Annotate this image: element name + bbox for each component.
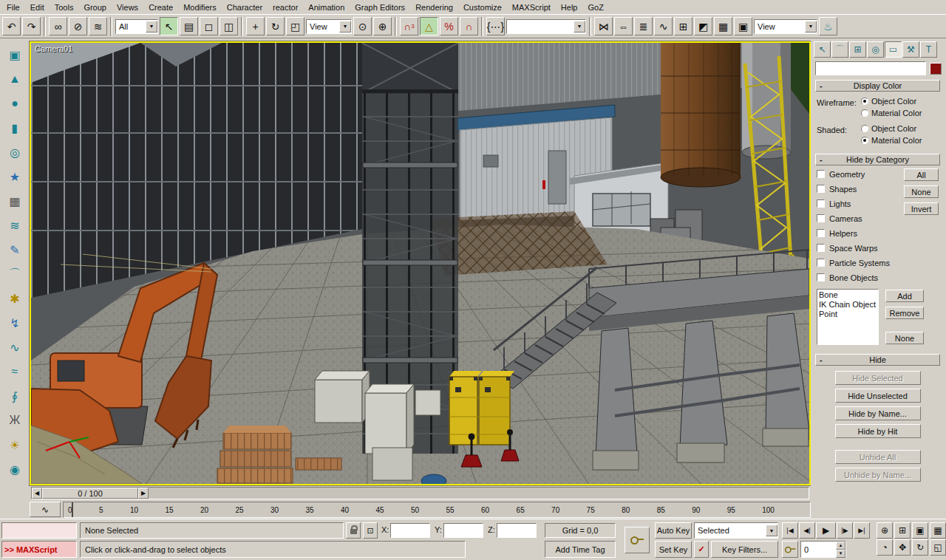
chevron-down-icon[interactable]: ▼ bbox=[805, 21, 817, 33]
shaded-material-color-radio[interactable]: Material Color bbox=[861, 136, 922, 145]
tab-layers-icon[interactable]: ≋ bbox=[5, 216, 24, 234]
time-slider-next-button[interactable]: ▶ bbox=[138, 488, 149, 499]
scene-storage-tank[interactable] bbox=[661, 43, 741, 187]
rectangular-selection-region-icon[interactable]: ◻ bbox=[200, 17, 218, 35]
material-editor-icon[interactable]: ◩ bbox=[694, 17, 712, 35]
tab-modify[interactable]: ⌒ bbox=[831, 41, 848, 58]
percent-snap-icon[interactable]: % bbox=[440, 17, 458, 35]
use-pivot-center-icon[interactable]: ⊙ bbox=[353, 17, 372, 35]
select-object-icon[interactable]: ↖ bbox=[160, 17, 178, 35]
chevron-down-icon[interactable]: ▼ bbox=[339, 21, 351, 33]
rendered-frame-window-icon[interactable]: ▣ bbox=[734, 17, 752, 35]
tab-gear-icon[interactable]: ✱ bbox=[5, 290, 24, 307]
previous-frame-button[interactable]: ◀| bbox=[799, 522, 815, 539]
tab-star-icon[interactable]: ★ bbox=[5, 168, 24, 185]
category-none-button[interactable]: None bbox=[904, 185, 939, 198]
tab-cylinder-icon[interactable]: ▮ bbox=[5, 119, 24, 137]
menu-create[interactable]: Create bbox=[143, 1, 178, 14]
time-slider-prev-button[interactable]: ◀ bbox=[32, 488, 42, 499]
list-add-button[interactable]: Add bbox=[885, 290, 924, 302]
tab-torus-icon[interactable]: ◎ bbox=[5, 143, 24, 161]
category-all-button[interactable]: All bbox=[904, 168, 939, 181]
checkbox-icon[interactable] bbox=[817, 273, 825, 281]
go-to-start-button[interactable]: |◀ bbox=[782, 522, 798, 539]
min-max-toggle-button[interactable]: ◱ bbox=[930, 539, 946, 556]
reference-coordinate-dropdown[interactable]: View▼ bbox=[306, 19, 352, 34]
align-icon[interactable]: ⇔ bbox=[614, 17, 633, 35]
select-and-rotate-icon[interactable]: ↻ bbox=[266, 17, 285, 35]
list-item-bone[interactable]: Bone bbox=[819, 290, 877, 300]
snap-toggle-3d-icon[interactable]: ∩3 bbox=[400, 17, 418, 35]
tab-hierarchy[interactable]: ⊞ bbox=[849, 41, 866, 58]
edit-named-selections-icon[interactable]: {⋯} bbox=[486, 17, 505, 35]
hide-by-category-rollout-header[interactable]: - Hide by Category bbox=[815, 154, 940, 165]
wireframe-material-color-radio[interactable]: Material Color bbox=[861, 109, 922, 117]
zoom-button[interactable]: ⊕ bbox=[877, 522, 893, 539]
menu-animation[interactable]: Animation bbox=[303, 1, 350, 14]
named-selection-dropdown[interactable]: ▼ bbox=[506, 19, 586, 34]
list-none-button[interactable]: None bbox=[885, 332, 924, 344]
checkbox-icon[interactable] bbox=[817, 199, 825, 208]
display-color-rollout-header[interactable]: - Display Color bbox=[815, 80, 940, 92]
checkbox-icon[interactable] bbox=[817, 185, 825, 193]
hide-selected-button[interactable]: Hide Selected bbox=[835, 371, 921, 385]
keyboard-override-toggle[interactable] bbox=[625, 527, 650, 553]
set-key-button[interactable]: Set Key bbox=[655, 541, 692, 558]
track-bar-ruler[interactable]: 0510152025303540455055606570758085909510… bbox=[63, 502, 811, 518]
curve-editor-icon[interactable]: ∿ bbox=[654, 17, 673, 35]
z-coordinate-field[interactable] bbox=[497, 523, 537, 538]
menu-character[interactable]: Character bbox=[222, 1, 268, 14]
menu-reactor[interactable]: reactor bbox=[268, 1, 303, 14]
list-item-ik-chain-object[interactable]: IK Chain Object bbox=[819, 300, 877, 310]
tab-arc-icon[interactable]: ⌒ bbox=[5, 265, 24, 283]
angle-snap-icon[interactable]: △ bbox=[420, 17, 438, 35]
quick-render-icon[interactable]: ♨ bbox=[819, 17, 837, 35]
tab-bone-icon[interactable]: Ж bbox=[5, 412, 24, 429]
open-mini-curve-editor-button[interactable]: ∿ bbox=[30, 502, 61, 517]
current-frame-marker[interactable] bbox=[72, 502, 73, 517]
unlink-selection-icon[interactable]: ⊘ bbox=[69, 17, 87, 35]
unhide-all-button[interactable]: Unhide All bbox=[835, 450, 921, 464]
zoom-extents-all-button[interactable]: ▦ bbox=[930, 522, 946, 539]
menu-edit[interactable]: Edit bbox=[25, 1, 50, 14]
current-frame-field[interactable]: 0 ▲ ▼ bbox=[800, 541, 846, 558]
menu-help[interactable]: Help bbox=[556, 1, 583, 14]
checkbox-icon[interactable] bbox=[817, 170, 825, 178]
y-coordinate-field[interactable] bbox=[443, 523, 483, 538]
hide-unselected-button[interactable]: Hide Unselected bbox=[835, 389, 921, 403]
object-name-field[interactable] bbox=[815, 61, 926, 75]
menu-goz[interactable]: GoZ bbox=[582, 1, 608, 14]
menu-graph-editors[interactable]: Graph Editors bbox=[350, 1, 410, 14]
key-filters-button[interactable]: Key Filters... bbox=[711, 541, 778, 558]
play-button[interactable]: ▶ bbox=[816, 522, 836, 539]
tab-ripple-icon[interactable]: ≈ bbox=[5, 363, 24, 380]
next-frame-button[interactable]: |▶ bbox=[837, 522, 853, 539]
unhide-by-name-button[interactable]: Unhide by Name... bbox=[835, 468, 921, 482]
zoom-all-button[interactable]: ⊞ bbox=[894, 522, 911, 539]
object-color-swatch[interactable] bbox=[930, 63, 942, 75]
tab-extras[interactable]: T bbox=[920, 41, 937, 58]
tab-pen-icon[interactable]: ✎ bbox=[5, 241, 24, 259]
select-and-move-icon[interactable]: + bbox=[246, 17, 265, 35]
set-key-filter-toggle[interactable]: ✓ bbox=[694, 541, 709, 558]
redo-icon[interactable]: ↷ bbox=[22, 17, 41, 35]
tab-cone-icon[interactable]: ▲ bbox=[5, 70, 24, 88]
key-mode-toggle-button[interactable] bbox=[782, 541, 798, 558]
category-checkbox-helpers[interactable]: Helpers bbox=[817, 228, 939, 239]
tab-spiral-icon[interactable]: ∮ bbox=[5, 387, 24, 405]
window-crossing-icon[interactable]: ◫ bbox=[220, 17, 238, 35]
custom-category-listbox[interactable]: BoneIK Chain ObjectPoint bbox=[817, 289, 879, 345]
time-slider-track[interactable]: ◀ 0 / 100 ▶ bbox=[31, 487, 809, 499]
layer-manager-icon[interactable]: ≣ bbox=[634, 17, 653, 35]
x-coordinate-field[interactable] bbox=[390, 523, 430, 538]
select-and-link-icon[interactable]: ∞ bbox=[49, 17, 67, 35]
menu-maxscript[interactable]: MAXScript bbox=[507, 1, 556, 14]
checkbox-icon[interactable] bbox=[817, 259, 825, 267]
zoom-extents-button[interactable]: ▣ bbox=[912, 522, 928, 539]
viewport-camera01[interactable]: Camera01 bbox=[30, 41, 811, 485]
chevron-down-icon[interactable]: ▼ bbox=[574, 21, 585, 33]
chevron-down-icon[interactable]: ▼ bbox=[766, 525, 777, 536]
viewport-label[interactable]: Camera01 bbox=[35, 44, 72, 53]
category-checkbox-bone-objects[interactable]: Bone Objects bbox=[817, 272, 939, 283]
category-checkbox-particle-systems[interactable]: Particle Systems bbox=[817, 257, 939, 268]
